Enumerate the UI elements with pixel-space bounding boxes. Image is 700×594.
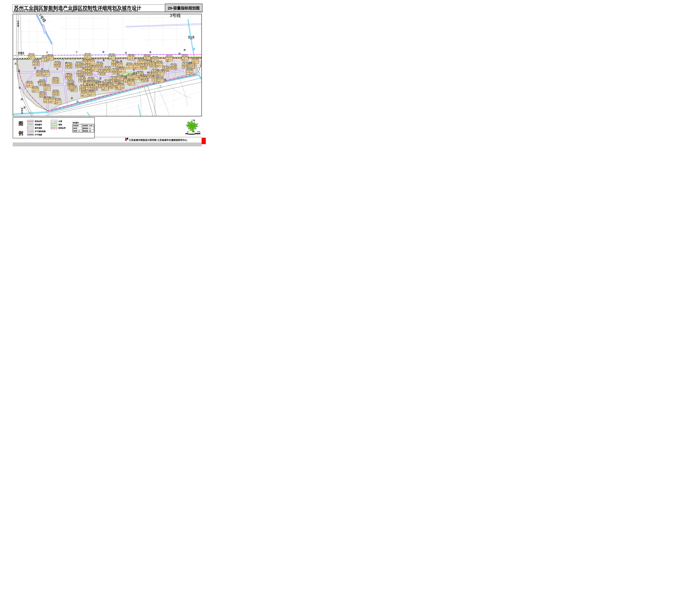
parcel-index-table: M3.310.8-2.0402530 [65, 63, 72, 69]
parcel-label: ZNY-08-05G10.22--90- [88, 58, 95, 65]
parcel-code: ZNY-14-05 [117, 82, 124, 84]
parcel-index-table: G20.65--90- [128, 80, 135, 86]
legend-title-char-2: 例 [19, 130, 23, 136]
parcel-label: ZNY-20-05G10.39--90- [192, 57, 199, 64]
legend-item-green: 绿地 [51, 123, 62, 126]
parcel-code: ZNY-03-02 [39, 79, 45, 80]
parcel-index-table: M1.360.8-3.0402530 [65, 74, 72, 79]
map-text: 江 [159, 85, 162, 88]
parcel-index-table: G10.62--90- [157, 71, 164, 76]
city-road-swatch [27, 127, 34, 129]
parcel-code: ZNY-04-02 [54, 61, 61, 62]
map-text: 宁 [75, 51, 77, 53]
map-text: 苏 [14, 63, 17, 65]
jp-logo-icon [125, 138, 128, 142]
parcel-label: ZNY-06-01M3.310.8-2.0402530 [65, 62, 72, 69]
parcel-code-swatch: ZNY-03-02 [27, 123, 34, 126]
green-swatch [51, 123, 57, 126]
parcel-index-table: Bd4.31---- [126, 64, 133, 69]
map-text: 娄 [71, 97, 73, 99]
parcel-code: ZNY-07-04 [78, 75, 86, 77]
north-label: N [193, 119, 195, 122]
parcel-code: ZNY-17-01 [144, 54, 151, 55]
parcel-index-table: G10.09--90- [156, 62, 163, 67]
parcel-index-table: G21.45--90- [108, 55, 116, 60]
legend-item-label: 沪宁铁路 [35, 133, 42, 136]
map-text: 嘉 [18, 70, 20, 72]
parcel-index-table: G10.2--90- [43, 86, 51, 91]
parcel-code: ZNY-18-06 [156, 61, 163, 62]
map-text: 娄 [76, 100, 79, 103]
scale-tick-250: 250M [197, 131, 200, 133]
parcel-code: ZNY-07-03 [67, 79, 74, 81]
legend-item-intercity-rail: 沪宁城际铁路 [27, 130, 45, 133]
parcel-label: ZNY-15-01Bd4.31---- [126, 62, 133, 69]
parcel-index-table: M2.750.8-3.0402530 [96, 63, 103, 68]
parcel-index-table: G20.53--90- [32, 87, 39, 93]
parcel-code: ZNY-09-14 [88, 90, 95, 91]
intercity-rail-swatch [27, 130, 34, 133]
parcel-code: ZNY-17-02 [166, 55, 173, 56]
parcel-label: ZNY-09-01U146.530.4302024 [52, 90, 59, 96]
parcel-label: ZNY-09-08G20.32--90- [81, 90, 88, 97]
parcel-label: ZNY-05-01U217.90.4302024 [52, 77, 59, 84]
parcel-code: ZNY-17-04 [170, 63, 177, 65]
parcel-index-table: U214.650.4302024 [68, 85, 75, 90]
parcel-index-table: M2.90.8-2.0402530 [182, 63, 189, 68]
parcel-key-row: 用地性质用地面积（公顷） [73, 124, 94, 127]
parcel-code: ZNY-01-02 [32, 59, 39, 61]
map-text: 扬 [34, 67, 36, 69]
parcel-code: ZNY-03-03 [43, 84, 51, 85]
parcel-label: ZNY-04-02M8.140.8-2.0402530 [54, 61, 61, 67]
parcel-key: 地块编号 用地性质用地面积（公顷）容积率建筑密度（%）绿地率（%）建筑限高（米） [72, 122, 94, 132]
parcel-code: ZNY-02-02 [36, 70, 43, 71]
parcel-label: ZNY-10-02G21--90- [128, 54, 135, 61]
parcel-index-table: G21.44--90- [182, 56, 188, 61]
parcel-index-table: B125.082502024 [32, 61, 39, 66]
parcel-index-table: M2.170.8-3.0402530 [104, 67, 111, 72]
map-text: 路 [179, 53, 181, 55]
map-text: 富 [99, 77, 101, 79]
parcel-label: ZNY-02-02B125.552502024 [36, 70, 43, 76]
scale-tick-150: 150 [192, 131, 195, 133]
parcel-index-table: G21--90- [128, 55, 135, 61]
parcel-label: ZNY-17-02G22.12--90- [166, 55, 173, 61]
parcel-index-table: M3.870.8-2.0402530 [170, 65, 177, 70]
parcel-index-table: G21.42--90- [46, 56, 54, 61]
parcel-code: ZNY-06-02 [75, 61, 82, 63]
map-text: 速 [23, 106, 26, 109]
parcel-code: ZNY-18-05 [152, 56, 159, 57]
parcel-code: ZNY-02-01 [26, 81, 33, 82]
legend-title-char-1: 图 [19, 120, 23, 127]
railway-swatch [27, 133, 34, 136]
parcel-code: ZNY-09-05 [68, 84, 75, 85]
parcel-code: ZNY-11-04 [104, 66, 111, 67]
parcel-code: ZNY-20-02 [182, 62, 189, 63]
parcel-code: ZNY-19-01 [137, 71, 144, 72]
legend-item-water: 水域 [51, 120, 62, 123]
legend-item-label: 地块边界 [35, 120, 42, 123]
parcel-label: ZNY-17-04M3.870.8-2.0402530 [170, 63, 177, 70]
map-text: 高 [21, 98, 23, 100]
parcel-label: ZNY-19-08G10.25--90- [157, 76, 164, 83]
organization-names: 江苏省城市规划设计研究院 江苏省城市交通规划研究中心 [129, 138, 197, 142]
parcel-code: ZNY-12-04 [106, 82, 113, 84]
parcel-index-table: B125.552502024 [36, 71, 43, 76]
parcel-code: ZNY-13-04 [119, 66, 125, 68]
legend-item-railway: 沪宁铁路 [27, 133, 42, 136]
parcel-label: ZNY-09-14G20.21--90- [88, 90, 95, 96]
parcel-key-row: 绿地率（%）建筑限高（米） [73, 130, 94, 132]
parcel-index-table: M8.140.8-2.0402530 [54, 62, 61, 67]
parcel-code: ZNY-03-01 [32, 86, 39, 87]
parcel-index-table: G20.5--90- [49, 98, 56, 103]
parcel-code: ZNY-03-04 [39, 91, 46, 92]
parcel-code: ZNY-11-02 [96, 61, 103, 63]
scale-bar: 50 150 250M [186, 131, 201, 135]
parcel-code: ZNY-15-01 [126, 62, 133, 64]
parcel-index-table: G10.25--90- [157, 78, 164, 83]
map-text: 大 [153, 82, 155, 85]
parcel-code: ZNY-07-01 [65, 73, 72, 74]
parcel-index-table: U120.02---12 [117, 84, 124, 89]
parcel-index-table: U146.530.4302024 [52, 91, 59, 96]
legend-item-parcel-code: ZNY-03-02地块编号 [27, 123, 42, 126]
